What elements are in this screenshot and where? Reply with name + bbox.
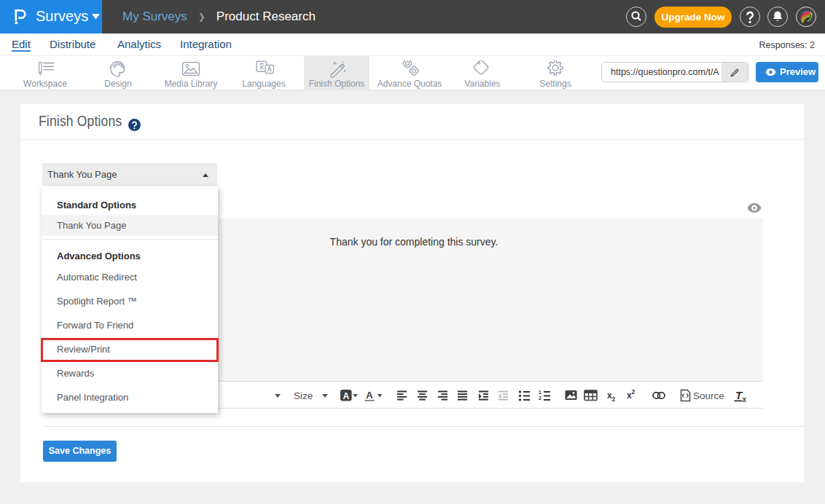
svg-text:Size: Size	[294, 390, 313, 401]
svg-text:Source: Source	[693, 390, 724, 401]
svg-text:A: A	[366, 390, 373, 401]
svg-text:1: 1	[539, 390, 541, 395]
svg-text:2: 2	[539, 395, 541, 401]
svg-text:x: x	[743, 395, 747, 403]
svg-text:2: 2	[612, 395, 616, 403]
svg-text:2: 2	[632, 388, 636, 395]
svg-text:A: A	[343, 391, 350, 401]
